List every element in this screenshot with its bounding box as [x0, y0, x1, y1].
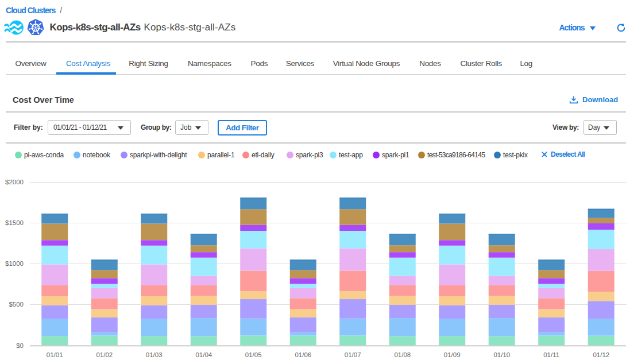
svg-text:$1500: $1500 — [5, 219, 24, 226]
svg-text:$1000: $1000 — [5, 260, 24, 267]
svg-text:01/05: 01/05 — [245, 351, 262, 358]
svg-text:$0: $0 — [16, 342, 24, 349]
svg-text:01/11: 01/11 — [543, 351, 559, 358]
svg-text:01/03: 01/03 — [146, 351, 163, 358]
svg-text:01/04: 01/04 — [195, 351, 212, 358]
svg-text:01/08: 01/08 — [394, 351, 411, 358]
svg-text:01/07: 01/07 — [345, 351, 361, 358]
svg-text:01/06: 01/06 — [295, 351, 311, 358]
svg-text:01/02: 01/02 — [96, 351, 113, 358]
svg-text:01/09: 01/09 — [444, 351, 461, 358]
svg-text:$2000: $2000 — [5, 179, 24, 185]
svg-text:$500: $500 — [9, 301, 24, 308]
svg-text:01/10: 01/10 — [493, 351, 510, 358]
svg-text:01/01: 01/01 — [47, 351, 63, 358]
svg-text:01/12: 01/12 — [593, 351, 609, 358]
